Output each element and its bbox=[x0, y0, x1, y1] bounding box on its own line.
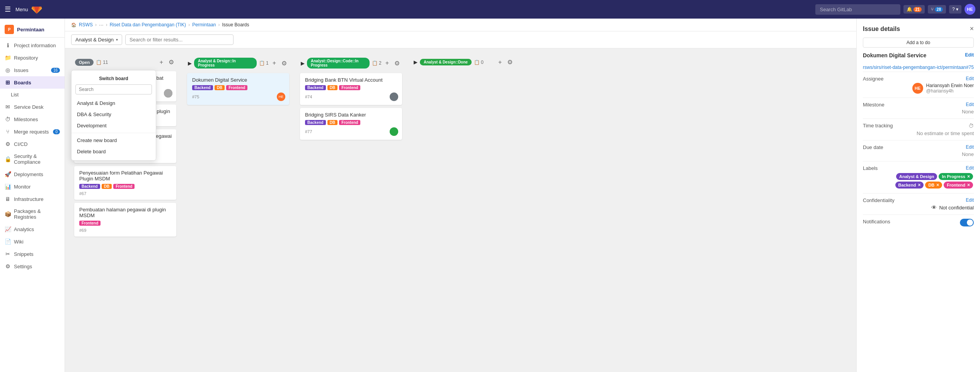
dropdown-item-analyst[interactable]: Analyst & Design bbox=[72, 98, 156, 109]
column-settings-btn-open[interactable]: ⚙ bbox=[167, 58, 176, 67]
labels-edit-link[interactable]: Edit bbox=[966, 165, 974, 171]
card-title: Pembuatan halaman pegawai di plugin MSDM bbox=[79, 207, 172, 218]
label-inprogress-remove[interactable]: × bbox=[967, 174, 970, 179]
sidebar-item-deployments[interactable]: 🚀 Deployments bbox=[0, 168, 65, 180]
user-avatar[interactable]: HE bbox=[965, 4, 975, 15]
sidebar-item-label: Deployments bbox=[14, 171, 43, 177]
menu-label[interactable]: Menu bbox=[15, 7, 28, 12]
merge-requests-btn[interactable]: ⑂ 28 bbox=[928, 5, 946, 14]
notifications-toggle[interactable] bbox=[960, 219, 974, 226]
sidebar-item-boards[interactable]: ⊞ Boards bbox=[0, 76, 65, 89]
column-add-btn-in-progress[interactable]: + bbox=[271, 59, 278, 68]
sidebar-item-repository[interactable]: 📁 Repository bbox=[0, 51, 65, 64]
card-footer: #75 HE bbox=[192, 93, 285, 101]
column-settings-btn-in-progress[interactable]: ⚙ bbox=[280, 59, 288, 68]
main-content: 🏠 RSWS › ··· › Riset Data dan Pengembang… bbox=[65, 19, 856, 372]
breadcrumb-more[interactable]: ··· bbox=[99, 22, 104, 28]
label-backend-remove[interactable]: × bbox=[918, 182, 920, 188]
issues-icon: ◎ bbox=[5, 67, 11, 73]
milestone-label: Milestone bbox=[863, 102, 894, 108]
card-halaman-pegawai[interactable]: Pembuatan halaman pegawai di plugin MSDM… bbox=[74, 203, 176, 237]
sidebar-item-snippets[interactable]: ✂ Snippets bbox=[0, 248, 65, 260]
card-footer: #77 bbox=[305, 127, 398, 136]
card-footer: #74 bbox=[305, 93, 398, 101]
time-tracking-label: Time tracking bbox=[863, 123, 894, 129]
dropdown-item-create[interactable]: Create new board bbox=[72, 135, 156, 146]
column-header-done: ▶ Analyst & Design::Done 📋 0 + ⚙ bbox=[410, 55, 518, 70]
column-add-btn-done[interactable]: + bbox=[497, 58, 503, 67]
column-settings-btn-done[interactable]: ⚙ bbox=[506, 58, 514, 67]
label-frontend-remove[interactable]: × bbox=[967, 182, 970, 188]
add-todo-button[interactable]: Add a to do bbox=[863, 38, 974, 48]
dropdown-item-development[interactable]: Development bbox=[72, 120, 156, 131]
info-icon: ℹ bbox=[5, 42, 11, 48]
column-body-design-code: Bridging Bank BTN Virtual Account Backen… bbox=[297, 72, 405, 366]
breadcrumb-permintaan[interactable]: Permintaan bbox=[192, 22, 216, 27]
sidebar-item-issues[interactable]: ◎ Issues 16 bbox=[0, 64, 65, 76]
dropdown-search-input[interactable] bbox=[75, 84, 152, 94]
sidebar-item-label: Security & Compliance bbox=[14, 153, 60, 165]
settings-icon: ⚙ bbox=[5, 263, 11, 269]
column-settings-btn-design-code[interactable]: ⚙ bbox=[393, 59, 401, 68]
issue-link[interactable]: rsws/sirs/riset-data-pengembangan-ict/pe… bbox=[863, 65, 974, 70]
notifications-label: Notifications bbox=[863, 219, 894, 225]
filter-input[interactable] bbox=[125, 34, 233, 45]
sidebar-item-milestones[interactable]: ⏱ Milestones bbox=[0, 113, 65, 125]
sidebar-item-label: List bbox=[11, 92, 19, 98]
milestone-value: None bbox=[962, 109, 974, 115]
help-btn[interactable]: ? ▾ bbox=[949, 5, 961, 14]
sidebar-item-settings[interactable]: ⚙ Settings bbox=[0, 260, 65, 273]
eye-icon: 👁 bbox=[931, 204, 937, 211]
column-add-btn-open[interactable]: + bbox=[158, 58, 165, 67]
column-add-btn-design-code[interactable]: + bbox=[384, 59, 390, 68]
card-dokumen-digital[interactable]: Dokumen Digital Service Backend DB Front… bbox=[187, 73, 289, 105]
card-btn-virtual[interactable]: Bridging Bank BTN Virtual Account Backen… bbox=[300, 73, 402, 105]
gitlab-logo[interactable] bbox=[31, 4, 42, 15]
dropdown-divider bbox=[72, 133, 156, 133]
sidebar-item-wiki[interactable]: 📄 Wiki bbox=[0, 235, 65, 248]
breadcrumb-rsws[interactable]: RSWS bbox=[79, 22, 93, 27]
hamburger-icon[interactable]: ☰ bbox=[5, 5, 11, 14]
sidebar-item-infrastructure[interactable]: 🖥 Infrastructure bbox=[0, 193, 65, 205]
global-search-input[interactable] bbox=[815, 4, 900, 15]
sidebar-item-cicd[interactable]: ⚙ CI/CD bbox=[0, 138, 65, 150]
column-done: ▶ Analyst & Design::Done 📋 0 + ⚙ bbox=[410, 55, 518, 366]
switch-board-dropdown: Switch board Analyst & Design DBA & Secu… bbox=[71, 70, 156, 161]
breadcrumb-riset[interactable]: Riset Data dan Pengembangan (TIK) bbox=[110, 22, 186, 27]
dropdown-item-dba[interactable]: DBA & Security bbox=[72, 109, 156, 120]
issue-title-edit-link[interactable]: Edit bbox=[965, 52, 974, 58]
issues-badge: 16 bbox=[51, 68, 60, 73]
navbar: ☰ Menu 🔔 21 ⑂ 28 ? ▾ HE bbox=[0, 0, 980, 19]
board-select-button[interactable]: Analyst & Design ▾ bbox=[71, 34, 122, 45]
dropdown-title: Switch board bbox=[72, 74, 156, 84]
notifications-btn[interactable]: 🔔 21 bbox=[903, 5, 925, 14]
merge-badge: 0 bbox=[53, 129, 60, 134]
sidebar-item-packages[interactable]: 📦 Packages & Registries bbox=[0, 205, 65, 223]
panel-close-button[interactable]: × bbox=[970, 25, 974, 33]
due-date-edit-link[interactable]: Edit bbox=[966, 144, 974, 150]
sidebar-item-merge-requests[interactable]: ⑂ Merge requests 0 bbox=[0, 125, 65, 138]
tag-backend: Backend bbox=[192, 85, 213, 90]
dropdown-item-delete[interactable]: Delete board bbox=[72, 146, 156, 157]
sidebar-item-label: Packages & Registries bbox=[14, 208, 60, 220]
confidentiality-edit-link[interactable]: Edit bbox=[966, 197, 974, 203]
sidebar-item-project-information[interactable]: ℹ Project information bbox=[0, 39, 65, 51]
infrastructure-icon: 🖥 bbox=[5, 196, 11, 202]
sidebar-item-security[interactable]: 🔒 Security & Compliance bbox=[0, 150, 65, 168]
label-db-remove[interactable]: × bbox=[936, 182, 939, 188]
milestone-edit-link[interactable]: Edit bbox=[966, 102, 974, 107]
sidebar-item-label: Wiki bbox=[14, 239, 24, 245]
svg-point-0 bbox=[164, 89, 172, 98]
assignee-edit-link[interactable]: Edit bbox=[966, 76, 974, 81]
assignee-avatar: HE bbox=[912, 83, 923, 94]
sidebar-item-service-desk[interactable]: ✉ Service Desk bbox=[0, 101, 65, 113]
column-label-in-progress: Analyst & Design::In Progress bbox=[194, 58, 257, 69]
card-pelatihan[interactable]: Penyesuaian form Pelatihan Pegawai Plugi… bbox=[74, 166, 176, 200]
sidebar-item-analytics[interactable]: 📈 Analytics bbox=[0, 223, 65, 235]
panel-header: Issue details × bbox=[863, 25, 974, 33]
card-sirs-kanker[interactable]: Bridging SIRS Data Kanker Backend DB Fro… bbox=[300, 108, 402, 140]
sidebar-item-monitor[interactable]: 📊 Monitor bbox=[0, 180, 65, 193]
due-date-label: Due date bbox=[863, 144, 894, 150]
sidebar-item-list[interactable]: List bbox=[0, 89, 65, 101]
wiki-icon: 📄 bbox=[5, 238, 11, 245]
